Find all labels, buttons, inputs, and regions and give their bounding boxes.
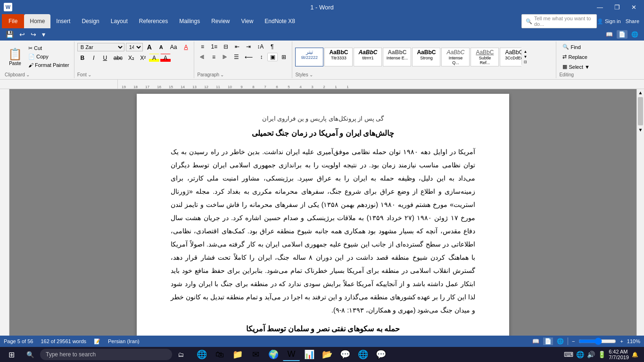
tab-layout[interactable]: Layout [105,14,133,28]
task-view-button[interactable]: 🗂 [174,348,188,361]
select-button[interactable]: ▦ Select ▼ [559,62,593,71]
style-intense-q[interactable]: AaBbC Intense Q... [441,48,470,66]
underline-button[interactable]: U [100,54,110,62]
taskbar-chat[interactable]: 💬 [372,348,389,361]
multilevel-button[interactable]: ⊟ [221,42,231,51]
taskbar-word[interactable]: W [283,348,300,361]
scroll-down-button[interactable]: ▼ [637,126,644,133]
find-button[interactable]: 🔍 Find [559,42,584,51]
decrease-indent-button[interactable]: ⇤ [232,42,242,51]
style-Titr3333[interactable]: AaBbC Titr3333 [324,48,353,66]
cut-button[interactable]: ✂ Cut [26,44,71,52]
signin-button[interactable]: 👤 Sign in [597,18,621,25]
style-titr22222[interactable]: تیتر titr22222 [295,48,323,66]
paste-button[interactable]: 📋 Paste [5,44,25,70]
taskbar-files[interactable]: 📁 [229,348,246,361]
clear-format-button[interactable]: A [181,43,191,51]
tab-insert[interactable]: Insert [50,14,76,28]
styles-scroll-up[interactable]: ▲ [523,49,528,54]
taskbar-explorer[interactable]: 📂 [319,348,336,361]
tab-file[interactable]: File [2,14,24,28]
save-button[interactable]: 💾 [4,30,16,39]
taskbar-teams[interactable]: 💬 [337,348,354,361]
rtl-button[interactable]: ⟵ [242,53,255,61]
font-size-select[interactable]: 14 [126,43,143,51]
tab-design[interactable]: Design [76,14,105,28]
notification-icon[interactable]: 🔔 [632,352,638,358]
paragraph-expand-icon[interactable]: ⌄ [220,72,224,77]
style-titrrrr1[interactable]: AaBbC titrrrr1 [354,48,382,66]
tab-home[interactable]: Home [24,14,50,28]
read-mode-btn[interactable]: 📖 [604,30,615,39]
close-button[interactable]: ✕ [627,2,640,13]
styles-expand-icon[interactable]: ⌄ [309,72,313,77]
superscript-button[interactable]: X² [138,54,148,62]
style-strong[interactable]: AaBbC Strong [412,48,440,66]
scroll-up-button[interactable]: ▲ [637,89,644,96]
taskbar-search[interactable] [40,349,172,360]
tab-view[interactable]: View [236,14,259,28]
sort-button[interactable]: ↕A [255,42,266,51]
change-case-button[interactable]: Aa [168,43,180,51]
taskbar-excel[interactable]: 📊 [301,348,318,361]
styles-expand-btn[interactable]: ⊡ [523,60,528,65]
grow-font-button[interactable]: A [144,42,155,52]
replace-button[interactable]: ⇄ Replace [559,52,590,61]
text-highlight-button[interactable]: A [149,54,159,62]
bullets-button[interactable]: ≡ [197,42,207,51]
show-marks-button[interactable]: ¶ [267,42,277,51]
more-button[interactable]: ▾ [40,30,47,39]
expand-icon[interactable]: ⌄ [26,72,30,77]
taskbar-store[interactable]: 🛍 [211,348,228,361]
minimize-button[interactable]: — [593,2,607,13]
bold-button[interactable]: B [77,54,88,62]
borders-button[interactable]: ⊞ [279,53,289,61]
shading-button[interactable]: ▣ [267,53,278,61]
zoom-slider[interactable] [578,337,616,345]
web-layout-btn[interactable]: 🌐 [629,30,640,39]
vertical-scrollbar[interactable]: ▲ ▼ [636,89,644,336]
align-center-button[interactable]: ≡ [208,53,219,61]
search-button[interactable]: 🔍 [23,348,38,361]
zoom-out-icon[interactable]: − [572,338,575,344]
zoom-in-icon[interactable]: + [620,338,623,344]
print-layout-status[interactable]: 📄 [543,337,553,345]
font-expand-icon[interactable]: ⌄ [88,72,91,77]
undo-button[interactable]: ↩ [17,30,27,39]
taskbar-edge[interactable]: 🌐 [193,348,210,361]
shrink-font-button[interactable]: A [156,43,166,51]
maximize-button[interactable]: ❐ [611,2,624,13]
subscript-button[interactable]: X₂ [126,54,137,62]
align-left-button[interactable]: ⫷ [197,53,207,61]
share-button[interactable]: Share [621,17,644,25]
italic-button[interactable]: I [89,54,99,62]
increase-indent-button[interactable]: ⇥ [243,42,254,51]
redo-button[interactable]: ↪ [29,30,38,39]
document-area[interactable]: گی پس از پروتکل‌های پاریس و ین فراروی ای… [9,89,636,336]
style-3ccdee[interactable]: AaBbC 3CcDdEe [500,48,521,66]
numbering-button[interactable]: 1≡ [208,42,220,51]
line-spacing-button[interactable]: ↕ [256,53,266,61]
tab-mailings[interactable]: Mailings [173,14,206,28]
scroll-thumb[interactable] [638,97,643,125]
taskbar-globe[interactable]: 🌍 [265,348,282,361]
copy-button[interactable]: 📄 Copy [26,53,71,61]
start-button[interactable]: ⊞ [2,348,21,361]
style-subtle-ref[interactable]: AaBbC Subtle Ref... [471,48,499,66]
format-painter-button[interactable]: 🖌 Format Painter [26,61,71,69]
font-color-button[interactable]: A [160,54,171,62]
print-layout-btn[interactable]: 📄 [617,30,627,39]
style-intense-e[interactable]: AaBbC Intense E... [383,48,411,66]
styles-scroll-down[interactable]: ▼ [523,55,528,59]
tell-me-box[interactable]: 🔍 Tell me what you want to do... [521,14,597,28]
align-right-button[interactable]: ⫸ [220,53,230,61]
web-layout-status[interactable]: 🌐 [557,338,564,345]
tab-review[interactable]: Review [206,14,235,28]
font-name-select[interactable]: B Zar [77,43,124,51]
strikethrough-button[interactable]: abc [111,54,125,62]
taskbar-mail[interactable]: ✉ [247,348,264,361]
justify-button[interactable]: ☰ [231,53,241,61]
read-mode-status[interactable]: 📖 [532,338,539,345]
taskbar-browser2[interactable]: 🌐 [355,348,372,361]
tab-endnote[interactable]: EndNote X8 [259,14,301,28]
